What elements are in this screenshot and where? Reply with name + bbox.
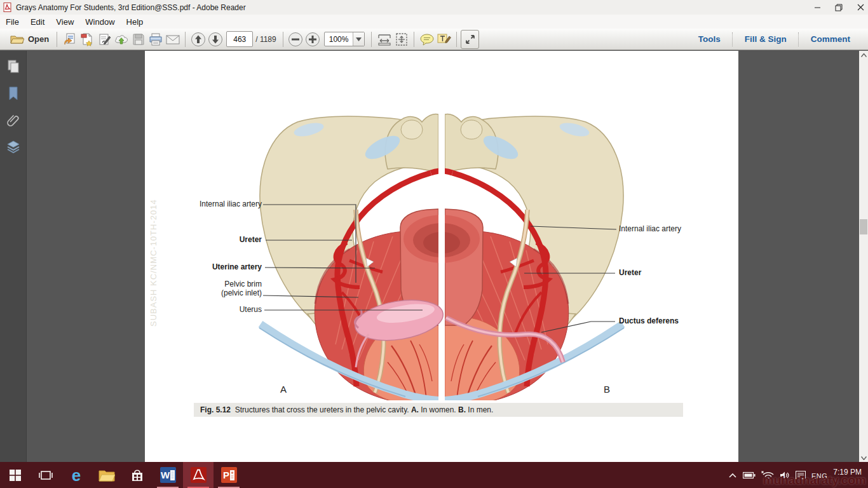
zoom-out-button[interactable] <box>287 30 304 48</box>
taskbar-powerpoint[interactable]: P <box>214 462 244 488</box>
taskbar-edge[interactable]: e <box>61 462 92 488</box>
print-icon <box>148 32 163 46</box>
menu-file[interactable]: File <box>0 16 25 28</box>
sign-document-button[interactable] <box>95 30 112 48</box>
label-uterus: Uterus <box>240 305 262 314</box>
edge-icon: e <box>72 467 81 484</box>
close-button[interactable] <box>850 0 868 15</box>
export-pdf-button[interactable] <box>61 30 78 48</box>
highlight-text-icon <box>437 32 452 46</box>
scroll-down-icon[interactable] <box>859 454 868 462</box>
cloud-upload-icon <box>114 32 129 46</box>
bookmarks-button[interactable] <box>0 83 26 104</box>
tab-tools[interactable]: Tools <box>687 34 732 44</box>
restore-button[interactable] <box>828 0 850 15</box>
previous-page-button[interactable] <box>189 30 207 48</box>
zoom-level-select[interactable]: 100% <box>324 32 365 46</box>
paperclip-icon <box>6 112 20 128</box>
taskbar-file-explorer[interactable] <box>92 462 122 488</box>
open-folder-icon <box>10 34 24 44</box>
taskbar: e W P <box>0 462 868 488</box>
open-button-label: Open <box>28 34 49 44</box>
attachments-button[interactable] <box>0 109 26 131</box>
toolbar-separator <box>57 32 57 47</box>
page-number-input[interactable] <box>226 31 253 47</box>
label-ductus-deferens: Ductus deferens <box>619 316 679 325</box>
next-page-button[interactable] <box>207 30 224 48</box>
file-explorer-icon <box>98 468 115 482</box>
layers-button[interactable] <box>0 136 26 158</box>
sign-document-icon <box>97 32 111 46</box>
page-thumbnails-button[interactable] <box>0 56 26 78</box>
taskbar-word[interactable]: W <box>153 462 183 488</box>
page-thumbnails-icon <box>6 59 20 74</box>
taskbar-adobe-reader-active[interactable] <box>183 462 214 488</box>
fit-width-button[interactable] <box>376 30 393 48</box>
print-button[interactable] <box>147 30 164 48</box>
fit-page-button[interactable] <box>393 30 410 48</box>
page-down-icon <box>208 32 223 47</box>
title-bar: Grays Anatomy For Students, 3rd Edition@… <box>0 0 868 15</box>
tab-fill-sign[interactable]: Fill & Sign <box>733 34 798 44</box>
page-count-label: / 1189 <box>255 35 276 44</box>
export-pdf-icon <box>63 32 77 46</box>
adobe-reader-icon <box>191 467 207 483</box>
comment-bubble-icon <box>419 33 435 46</box>
taskbar-store[interactable] <box>122 462 153 488</box>
create-pdf-button[interactable] <box>78 30 95 48</box>
menu-view[interactable]: View <box>50 16 79 28</box>
powerpoint-icon: P <box>221 467 237 483</box>
create-pdf-icon <box>80 32 94 46</box>
save-button[interactable] <box>130 30 147 48</box>
vertical-scrollbar[interactable] <box>859 51 868 462</box>
tab-comment[interactable]: Comment <box>799 34 862 44</box>
open-button[interactable]: Open <box>6 30 53 48</box>
toolbar-right-tabs: Tools Fill & Sign Comment <box>687 29 862 50</box>
email-icon <box>165 33 180 46</box>
minimize-button[interactable] <box>806 0 828 15</box>
navigation-pane-strip <box>0 51 27 462</box>
highlight-text-button[interactable] <box>435 30 452 48</box>
task-view-button[interactable] <box>31 462 61 488</box>
layers-icon <box>6 139 21 154</box>
store-icon <box>130 468 144 482</box>
email-button[interactable] <box>164 30 181 48</box>
scroll-up-icon[interactable] <box>859 51 868 59</box>
menu-window[interactable]: Window <box>79 16 120 28</box>
fullscreen-icon <box>465 34 476 45</box>
start-button[interactable] <box>0 462 31 488</box>
label-internal-iliac-artery-right: Internal iliac artery <box>619 224 681 233</box>
fullscreen-button[interactable] <box>461 30 479 49</box>
pdf-app-icon <box>3 3 13 12</box>
send-cloud-button[interactable] <box>112 30 130 48</box>
zoom-dropdown-caret-icon[interactable] <box>353 32 364 46</box>
screen-watermark: muhadharaty.com <box>763 473 866 487</box>
label-internal-iliac-artery-left: Internal iliac artery <box>200 200 262 208</box>
menu-edit[interactable]: Edit <box>25 16 50 28</box>
menu-help[interactable]: Help <box>121 16 149 28</box>
menu-bar: File Edit View Window Help <box>0 15 868 29</box>
pdf-page: SUBASH KC/NMC-10TH-2014 Internal iliac a… <box>145 51 738 462</box>
toolbar-separator <box>371 32 372 47</box>
scrollbar-thumb[interactable] <box>860 219 867 234</box>
label-uterine-artery: Uterine artery <box>212 262 262 271</box>
bookmarks-icon <box>7 86 20 101</box>
panel-letter-a: A <box>280 384 287 395</box>
anatomy-figure <box>145 51 738 462</box>
window-title: Grays Anatomy For Students, 3rd Edition@… <box>16 3 246 12</box>
comment-button[interactable] <box>418 30 435 48</box>
toolbar-separator <box>456 32 457 47</box>
page-up-icon <box>191 32 206 47</box>
battery-icon[interactable] <box>743 471 756 479</box>
label-pelvic-brim: Pelvic brim (pelvic inlet) <box>221 280 262 297</box>
tray-chevron-icon[interactable] <box>728 472 737 478</box>
panel-letter-b: B <box>604 384 610 395</box>
page-watermark-vertical: SUBASH KC/NMC-10TH-2014 <box>149 187 159 327</box>
zoom-level-value: 100% <box>325 35 353 44</box>
toolbar-separator <box>185 32 186 47</box>
task-view-icon <box>38 470 53 481</box>
toolbar-separator <box>283 32 283 47</box>
label-ureter-left: Ureter <box>240 235 262 244</box>
fit-width-icon <box>377 32 391 46</box>
zoom-in-button[interactable] <box>304 30 322 48</box>
